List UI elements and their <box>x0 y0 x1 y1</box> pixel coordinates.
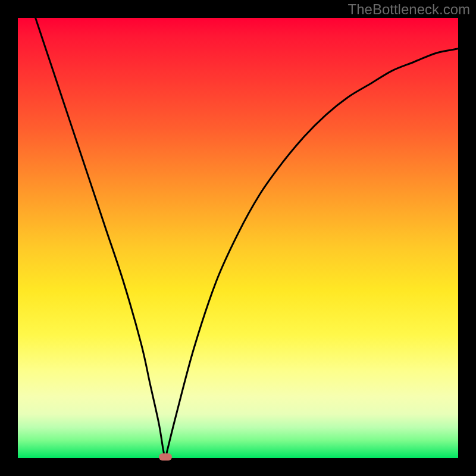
curve-path <box>36 18 458 458</box>
chart-frame: TheBottleneck.com <box>0 0 476 476</box>
plot-area <box>18 18 458 458</box>
bottleneck-curve <box>18 18 458 458</box>
watermark-text: TheBottleneck.com <box>348 1 470 18</box>
optimal-marker <box>159 453 172 461</box>
